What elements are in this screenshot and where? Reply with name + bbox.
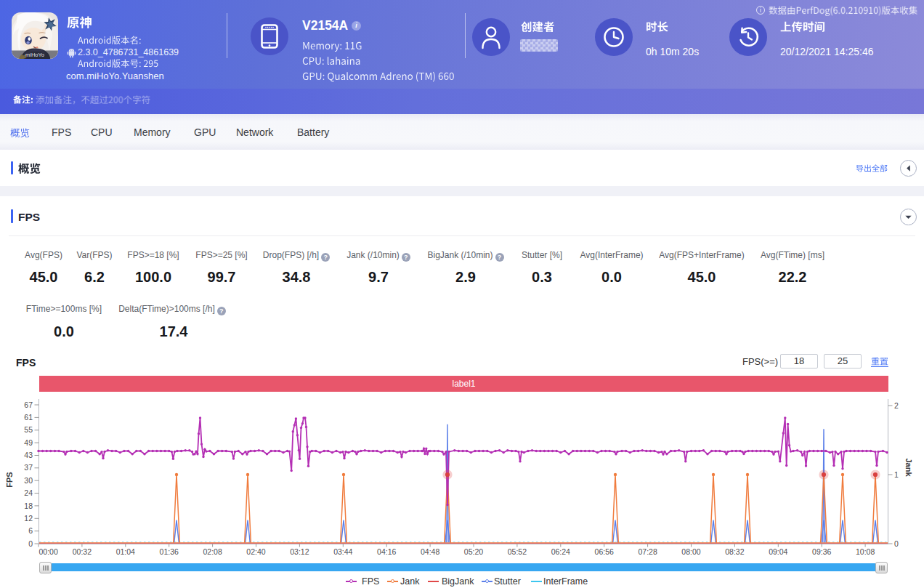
svg-text:04:48: 04:48 [421, 547, 439, 556]
svg-text:18: 18 [24, 502, 33, 510]
svg-text:FPS: FPS [5, 472, 14, 487]
svg-text:1: 1 [894, 470, 899, 479]
svg-text:61: 61 [24, 413, 33, 422]
svg-text:01:04: 01:04 [116, 547, 135, 556]
svg-text:05:52: 05:52 [508, 547, 527, 556]
svg-text:02:08: 02:08 [203, 547, 222, 556]
svg-text:Jank: Jank [904, 458, 913, 477]
svg-text:05:20: 05:20 [464, 547, 483, 556]
svg-text:03:44: 03:44 [333, 547, 352, 556]
svg-text:55: 55 [24, 425, 33, 434]
svg-text:67: 67 [24, 400, 33, 409]
svg-text:43: 43 [24, 451, 33, 459]
svg-text:06:24: 06:24 [551, 547, 570, 556]
svg-text:07:28: 07:28 [638, 547, 657, 556]
svg-text:06:56: 06:56 [595, 547, 614, 556]
svg-text:09:04: 09:04 [769, 547, 787, 556]
svg-text:02:40: 02:40 [246, 547, 265, 556]
svg-text:2: 2 [894, 401, 899, 410]
svg-text:37: 37 [24, 463, 33, 472]
svg-text:08:32: 08:32 [725, 547, 744, 556]
svg-text:09:36: 09:36 [812, 547, 831, 556]
svg-text:miHoYo: miHoYo [25, 52, 44, 58]
svg-text:6: 6 [28, 526, 33, 535]
svg-text:04:16: 04:16 [377, 547, 396, 556]
svg-text:0: 0 [894, 539, 899, 548]
svg-text:24: 24 [24, 488, 33, 497]
svg-text:0: 0 [28, 539, 33, 548]
svg-text:49: 49 [24, 438, 33, 447]
svg-text:03:12: 03:12 [290, 547, 309, 556]
svg-text:12: 12 [24, 514, 33, 523]
svg-text:30: 30 [24, 476, 33, 485]
svg-text:00:32: 00:32 [73, 547, 92, 556]
svg-text:10:08: 10:08 [856, 547, 875, 556]
svg-text:08:00: 08:00 [681, 547, 700, 556]
svg-text:00:00: 00:00 [39, 547, 58, 556]
svg-text:01:36: 01:36 [160, 547, 179, 556]
